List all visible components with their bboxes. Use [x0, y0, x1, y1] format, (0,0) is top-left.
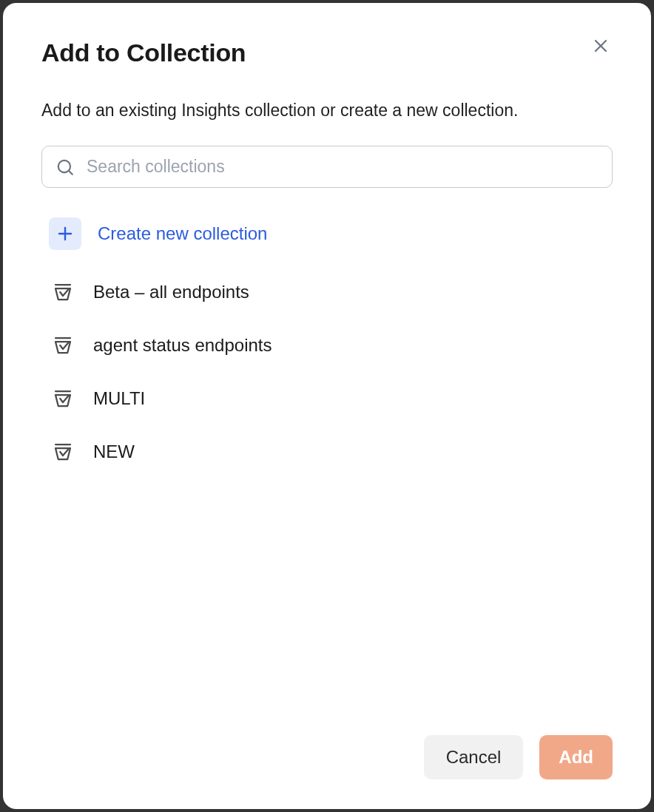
add-button[interactable]: Add	[539, 735, 613, 779]
cancel-button[interactable]: Cancel	[424, 735, 524, 779]
add-to-collection-modal: Add to Collection Add to an existing Ins…	[3, 3, 651, 809]
search-icon	[55, 158, 75, 177]
collection-item-agent-status[interactable]: agent status endpoints	[49, 334, 613, 356]
collection-icon	[52, 441, 74, 463]
plus-icon-box	[49, 217, 81, 250]
create-new-collection[interactable]: Create new collection	[49, 217, 613, 250]
search-field-wrap[interactable]	[41, 146, 613, 188]
svg-line-3	[69, 171, 73, 175]
collection-item-label: NEW	[93, 441, 135, 462]
modal-title: Add to Collection	[41, 38, 246, 67]
collection-item-multi[interactable]: MULTI	[49, 388, 613, 410]
collection-item-label: Beta – all endpoints	[93, 282, 249, 302]
plus-icon	[56, 225, 74, 243]
collection-icon	[52, 334, 74, 356]
create-new-collection-label: Create new collection	[98, 223, 267, 244]
collection-item-label: MULTI	[93, 388, 145, 409]
search-input[interactable]	[87, 157, 599, 177]
collection-item-beta[interactable]: Beta – all endpoints	[49, 281, 613, 303]
modal-header: Add to Collection	[41, 38, 613, 67]
modal-footer: Cancel Add	[41, 735, 613, 779]
collection-icon	[52, 281, 74, 303]
modal-subtitle: Add to an existing Insights collection o…	[41, 98, 613, 122]
close-icon	[592, 37, 610, 55]
collection-icon	[52, 388, 74, 410]
collection-item-new[interactable]: NEW	[49, 441, 613, 463]
collection-list: Create new collection Beta – all endpoin…	[41, 217, 613, 463]
close-button[interactable]	[589, 34, 613, 58]
collection-item-label: agent status endpoints	[93, 335, 272, 356]
